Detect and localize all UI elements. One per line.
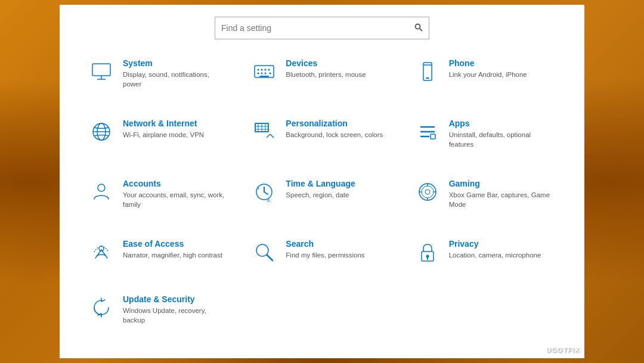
svg-point-0 [416,24,420,29]
setting-text-apps: Apps Uninstall, defaults, optional featu… [449,119,556,149]
svg-point-53 [256,244,268,256]
setting-title-privacy: Privacy [449,239,541,249]
setting-desc-system: Display, sound, notifications, power [123,70,230,89]
setting-text-personalization: Personalization Background, lock screen,… [286,119,383,139]
setting-item-network[interactable]: Network & Internet Wi-Fi, airplane mode,… [78,110,240,170]
keyboard-icon [251,58,277,85]
svg-point-13 [258,69,259,71]
update-icon [88,294,114,321]
setting-text-ease: Ease of Access Narrator, magnifier, high… [123,239,222,260]
svg-point-15 [265,69,267,71]
watermark-label: UGOTFIX [546,346,580,353]
setting-text-devices: Devices Bluetooth, printers, mouse [286,58,366,79]
svg-point-17 [258,73,259,75]
setting-desc-search: Find my files, permissions [286,250,364,260]
svg-text:あ: あ [267,198,271,203]
setting-item-time[interactable]: Aあ Time & Language Speech, region, date [240,170,403,231]
setting-title-search: Search [286,239,364,249]
setting-item-phone[interactable]: Phone Link your Android, iPhone [404,50,566,110]
apps-icon [414,119,441,145]
svg-point-19 [265,73,267,75]
svg-point-18 [261,73,263,75]
svg-point-39 [98,184,105,191]
setting-title-phone: Phone [449,58,527,68]
setting-title-time: Time & Language [286,179,355,188]
setting-title-system: System [123,58,230,68]
svg-rect-38 [431,134,435,139]
setting-desc-phone: Link your Android, iPhone [449,70,527,79]
setting-desc-apps: Uninstall, defaults, optional features [449,130,556,149]
globe-icon [88,119,114,145]
setting-item-personalization[interactable]: Personalization Background, lock screen,… [240,110,403,170]
main-panel: System Display, sound, notifications, po… [60,5,584,358]
setting-item-ease[interactable]: Ease of Access Narrator, magnifier, high… [78,231,240,287]
setting-item-apps[interactable]: Apps Uninstall, defaults, optional featu… [404,110,566,170]
setting-text-time: Time & Language Speech, region, date [286,179,355,200]
search-bar[interactable] [215,17,429,39]
setting-title-ease: Ease of Access [123,239,222,249]
svg-point-20 [270,73,271,75]
setting-item-update[interactable]: Update & Security Windows Update, recove… [78,286,240,346]
setting-item-gaming[interactable]: Gaming Xbox Game Bar, captures, Game Mod… [404,170,566,231]
search-icon [414,23,423,33]
svg-point-16 [268,69,270,71]
search-icon [251,239,277,265]
setting-text-search: Search Find my files, permissions [286,239,364,260]
setting-desc-time: Speech, region, date [286,190,355,200]
svg-text:A: A [256,186,259,190]
lock-icon [414,239,441,265]
setting-title-devices: Devices [286,58,366,68]
settings-grid: System Display, sound, notifications, po… [78,50,566,346]
setting-title-gaming: Gaming [449,179,556,188]
setting-title-network: Network & Internet [123,119,204,128]
setting-desc-devices: Bluetooth, printers, mouse [286,70,366,79]
setting-item-search[interactable]: Search Find my files, permissions [240,231,403,287]
setting-desc-update: Windows Update, recovery, backup [123,306,230,325]
svg-line-33 [270,134,274,138]
setting-text-network: Network & Internet Wi-Fi, airplane mode,… [123,119,204,139]
person-icon [88,179,114,205]
setting-text-privacy: Privacy Location, camera, microphone [449,239,541,260]
setting-title-update: Update & Security [123,294,230,304]
setting-desc-privacy: Location, camera, microphone [449,250,541,260]
phone-icon [414,58,441,85]
svg-point-14 [261,69,263,71]
setting-title-personalization: Personalization [286,119,383,128]
svg-line-54 [267,255,273,260]
setting-desc-personalization: Background, lock screen, colors [286,130,383,139]
setting-text-gaming: Gaming Xbox Game Bar, captures, Game Mod… [449,179,556,209]
setting-desc-network: Wi-Fi, airplane mode, VPN [123,130,204,139]
setting-item-accounts[interactable]: Accounts Your accounts, email, sync, wor… [78,170,240,231]
setting-item-privacy[interactable]: Privacy Location, camera, microphone [404,231,566,287]
setting-text-accounts: Accounts Your accounts, email, sync, wor… [123,179,230,209]
search-input[interactable] [221,23,414,33]
svg-rect-2 [92,64,110,76]
monitor-icon [88,58,114,85]
setting-text-update: Update & Security Windows Update, recove… [123,294,230,325]
gaming-icon [414,179,441,205]
setting-desc-gaming: Xbox Game Bar, captures, Game Mode [449,190,556,209]
svg-point-46 [422,186,434,198]
setting-desc-ease: Narrator, magnifier, high contrast [123,250,222,260]
svg-point-47 [425,190,430,194]
ease-icon [88,239,114,265]
setting-desc-accounts: Your accounts, email, sync, work, family [123,190,230,209]
setting-title-accounts: Accounts [123,179,230,188]
brush-icon [251,119,277,145]
svg-line-1 [420,29,422,31]
svg-line-42 [264,192,268,194]
setting-text-phone: Phone Link your Android, iPhone [449,58,527,79]
setting-title-apps: Apps [449,119,556,128]
setting-text-system: System Display, sound, notifications, po… [123,58,230,89]
setting-item-system[interactable]: System Display, sound, notifications, po… [78,50,240,110]
time-icon: Aあ [251,179,277,205]
svg-line-34 [267,134,270,138]
setting-item-devices[interactable]: Devices Bluetooth, printers, mouse [240,50,403,110]
